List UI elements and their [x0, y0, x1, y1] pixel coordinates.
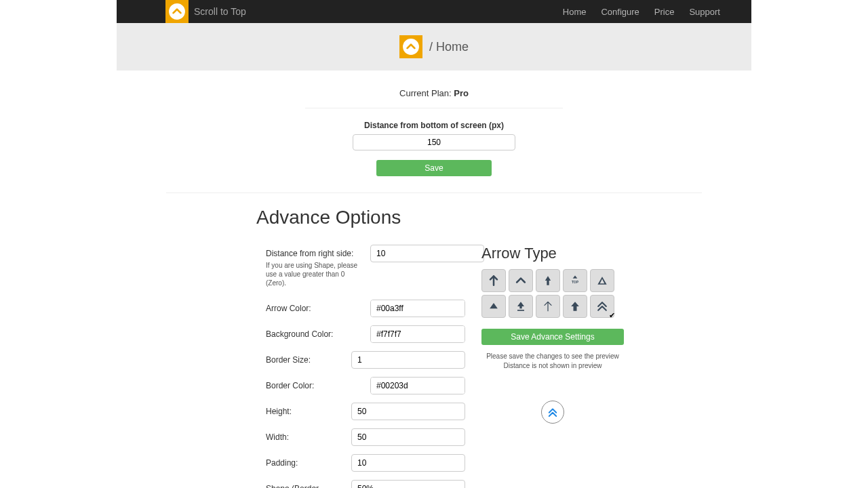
- distance-label: Distance from bottom of screen (px): [0, 121, 868, 130]
- plan-label: Current Plan:: [399, 88, 454, 98]
- preview-scroll-button[interactable]: [541, 401, 564, 424]
- arrow-option-8[interactable]: [536, 295, 560, 318]
- label-width: Width:: [266, 428, 351, 442]
- label-border-size: Border Size:: [266, 351, 351, 365]
- label-arrow-color: Arrow Color:: [266, 300, 370, 313]
- form-grid: Distance from right side: If you are usi…: [266, 245, 868, 488]
- row-right-side: Distance from right side: If you are usi…: [266, 245, 465, 287]
- svg-rect-3: [517, 310, 524, 311]
- save-advance-button[interactable]: Save Advance Settings: [481, 329, 624, 345]
- label-bg-color: Background Color:: [266, 325, 370, 339]
- input-padding[interactable]: [351, 454, 465, 472]
- brand-text: Scroll to Top: [194, 6, 246, 17]
- border-color-field: [370, 377, 465, 394]
- nav-link-price[interactable]: Price: [654, 7, 675, 17]
- arrow-option-10[interactable]: [590, 295, 614, 318]
- arrow-option-6[interactable]: [481, 295, 506, 318]
- arrow-option-3[interactable]: [536, 269, 560, 292]
- arrow-grid: TOP: [481, 269, 624, 318]
- sub-header: / Home: [117, 23, 751, 70]
- main-divider: [166, 192, 702, 193]
- nav-link-support[interactable]: Support: [689, 7, 720, 17]
- row-width: Width:: [266, 428, 465, 446]
- row-border-color: Border Color:: [266, 377, 465, 394]
- svg-point-1: [403, 39, 419, 55]
- advance-options-title: Advance Options: [256, 207, 868, 228]
- distance-group: Distance from bottom of screen (px) Save: [0, 121, 868, 176]
- input-height[interactable]: [351, 403, 465, 420]
- right-column: Arrow Type TOP Save Advance Settings Ple…: [481, 245, 624, 488]
- label-shape: Shape (Border Radius):: [266, 480, 351, 488]
- preview-note: Please save the changes to see the previ…: [481, 352, 624, 371]
- arrow-color-field: [370, 300, 465, 317]
- input-arrow-color[interactable]: [371, 300, 465, 317]
- hint-right-side: If you are using Shape, please use a val…: [266, 261, 361, 287]
- nav-link-home[interactable]: Home: [563, 7, 587, 17]
- label-border-color: Border Color:: [266, 377, 370, 390]
- breadcrumb: / Home: [429, 40, 469, 54]
- plan-value: Pro: [454, 88, 469, 98]
- label-padding: Padding:: [266, 454, 351, 468]
- input-width[interactable]: [351, 428, 465, 446]
- arrow-option-7[interactable]: [509, 295, 533, 318]
- row-height: Height:: [266, 403, 465, 420]
- arrow-option-1[interactable]: [481, 269, 506, 292]
- arrow-option-4[interactable]: TOP: [563, 269, 587, 292]
- input-bg-color[interactable]: [371, 326, 465, 342]
- row-bg-color: Background Color:: [266, 325, 465, 343]
- arrow-option-9[interactable]: [563, 295, 587, 318]
- row-padding: Padding:: [266, 454, 465, 472]
- row-shape: Shape (Border Radius):: [266, 480, 465, 488]
- distance-input[interactable]: [353, 134, 515, 150]
- svg-point-0: [169, 3, 185, 20]
- nav-link-configure[interactable]: Configure: [601, 7, 639, 17]
- svg-text:TOP: TOP: [572, 280, 579, 284]
- logo-icon: [165, 0, 189, 23]
- navbar: Scroll to Top Home Configure Price Suppo…: [117, 0, 751, 23]
- arrow-option-5[interactable]: [590, 269, 614, 292]
- bg-color-field: [370, 325, 465, 343]
- input-border-color[interactable]: [371, 378, 465, 394]
- input-shape[interactable]: [351, 480, 465, 488]
- divider: [305, 108, 563, 108]
- arrow-type-title: Arrow Type: [481, 245, 624, 262]
- nav-links: Home Configure Price Support: [563, 7, 720, 17]
- row-arrow-color: Arrow Color:: [266, 300, 465, 317]
- input-right-side[interactable]: [370, 245, 484, 262]
- save-button[interactable]: Save: [376, 160, 492, 176]
- sub-logo-icon: [399, 35, 422, 58]
- preview-note-1: Please save the changes to see the previ…: [481, 352, 624, 361]
- plan-row: Current Plan: Pro: [0, 70, 868, 104]
- navbar-left: Scroll to Top: [117, 0, 246, 23]
- input-border-size[interactable]: [351, 351, 465, 369]
- form-left: Distance from right side: If you are usi…: [266, 245, 465, 488]
- label-height: Height:: [266, 403, 351, 416]
- label-right-side: Distance from right side:: [266, 245, 370, 258]
- row-border-size: Border Size:: [266, 351, 465, 369]
- preview-note-2: Distance is not shown in preview: [481, 361, 624, 371]
- arrow-option-2[interactable]: [509, 269, 533, 292]
